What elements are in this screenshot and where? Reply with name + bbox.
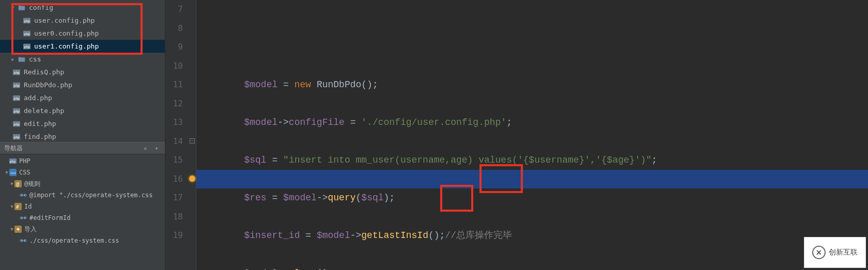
nav-label: @import "./css/operate-system.css: [29, 192, 152, 199]
link-icon: [20, 192, 27, 199]
line-number: 17: [165, 188, 183, 208]
tree-file-rundbpdo[interactable]: php RunDbPdo.php: [0, 78, 165, 91]
active-line-highlight: [196, 170, 868, 189]
tree-folder-css[interactable]: ▶ css: [0, 53, 165, 66]
link-icon: [20, 237, 27, 244]
svg-text:php: php: [14, 109, 20, 113]
watermark-logo: ✕ 创新互联: [804, 237, 866, 268]
php-file-icon: php: [12, 94, 21, 102]
svg-text:php: php: [10, 160, 16, 164]
close-icon[interactable]: ✕: [141, 144, 149, 152]
nav-import-group[interactable]: ▼ 导入: [0, 224, 165, 235]
svg-text:css: css: [10, 171, 16, 174]
tree-label: css: [29, 55, 41, 63]
tree-file-user0-config[interactable]: php user0.config.php: [0, 27, 165, 40]
tree-file-add[interactable]: php add.php: [0, 91, 165, 104]
php-file-icon: php: [12, 133, 21, 141]
navigator-title: 导航器: [4, 144, 138, 153]
php-file-icon: php: [12, 107, 21, 115]
nav-import[interactable]: @import "./css/operate-system.css: [0, 189, 165, 201]
nav-label: Id: [24, 203, 32, 210]
line-number: 14: [165, 132, 183, 151]
chevron-right-icon: ▶: [10, 57, 16, 62]
line-number: [165, 245, 183, 264]
line-number: 8: [165, 19, 183, 38]
php-file-icon: php: [23, 42, 31, 51]
tree-label: user1.config.php: [34, 42, 99, 50]
fold-column: −: [188, 0, 196, 270]
chevron-down-icon: ▼: [10, 5, 16, 10]
tree-folder-config[interactable]: ▼ config: [0, 1, 165, 14]
svg-text:php: php: [14, 122, 20, 126]
line-number: 9: [165, 38, 183, 57]
navigator-header: 导航器 ✕ ▾: [0, 142, 165, 154]
svg-text:@: @: [16, 181, 19, 187]
php-file-icon: php: [12, 68, 21, 76]
collapse-icon[interactable]: ▾: [152, 144, 161, 152]
nav-css[interactable]: ▼ css CSS: [0, 167, 165, 178]
tree-file-find[interactable]: php find.php: [0, 130, 165, 142]
tree-file-user-config[interactable]: php user.config.php: [0, 14, 165, 27]
line-number: 7: [165, 0, 183, 19]
php-icon: php: [9, 157, 17, 165]
svg-text:php: php: [14, 83, 20, 87]
php-file-icon: php: [12, 81, 21, 89]
nav-import-file[interactable]: ./css/operate-system.css: [0, 235, 165, 246]
php-file-icon: php: [12, 120, 21, 128]
nav-rules[interactable]: ▼ @ @规则: [0, 178, 165, 189]
svg-text:#: #: [16, 204, 19, 210]
tree-label: add.php: [24, 94, 52, 102]
line-number: 13: [165, 113, 183, 132]
tree-file-user1-config[interactable]: php user1.config.php: [0, 40, 165, 53]
php-file-icon: php: [23, 29, 31, 38]
line-number: 16: [165, 170, 183, 189]
code-area[interactable]: $model = new RunDbPdo(); $model->configF…: [196, 0, 868, 270]
logo-icon: ✕: [812, 246, 826, 259]
left-panel: ▼ config php user.config.php php user0.c…: [0, 0, 165, 270]
svg-text:php: php: [24, 31, 30, 36]
nav-editform[interactable]: #editFormId: [0, 212, 165, 224]
css-icon: css: [9, 169, 17, 176]
tree-file-edit[interactable]: php edit.php: [0, 117, 165, 130]
folder-icon: [18, 4, 26, 12]
tree-file-redisq[interactable]: php RedisQ.php: [0, 66, 165, 78]
nav-label: @规则: [24, 180, 40, 188]
line-number: 15: [165, 151, 183, 170]
nav-label: 导入: [24, 225, 37, 234]
nav-php[interactable]: php PHP: [0, 155, 165, 167]
line-gutter: 7 8 9 10 11 12 13 14 15 16 17 18 19: [165, 0, 188, 270]
id-icon: #: [14, 203, 22, 210]
line-number: 18: [165, 208, 183, 227]
folder-icon: [18, 55, 26, 63]
nav-label: #editFormId: [29, 214, 70, 221]
tree-label: user.config.php: [34, 17, 95, 24]
tree-label: delete.php: [24, 107, 64, 115]
lightbulb-icon[interactable]: [189, 176, 195, 182]
tree-label: find.php: [24, 133, 56, 140]
link-icon: [20, 214, 27, 221]
code-editor[interactable]: 7 8 9 10 11 12 13 14 15 16 17 18 19 − $m…: [165, 0, 868, 270]
fold-minus-icon[interactable]: −: [190, 138, 195, 144]
tree-label: user0.config.php: [34, 29, 99, 37]
navigator-tree: php PHP ▼ css CSS ▼ @ @规则 @import "./css…: [0, 154, 165, 270]
line-number: 10: [165, 57, 183, 76]
tree-label: RedisQ.php: [24, 68, 64, 76]
logo-text: 创新互联: [829, 248, 858, 257]
tree-file-delete[interactable]: php delete.php: [0, 104, 165, 117]
svg-text:php: php: [14, 70, 20, 74]
svg-text:php: php: [14, 135, 20, 139]
line-number: 19: [165, 226, 183, 245]
nav-label: ./css/operate-system.css: [29, 237, 119, 244]
file-tree: ▼ config php user.config.php php user0.c…: [0, 0, 165, 142]
tree-label: edit.php: [24, 120, 56, 128]
import-icon: [14, 226, 22, 233]
nav-id[interactable]: ▼ # Id: [0, 201, 165, 212]
php-file-icon: php: [23, 17, 31, 25]
line-number: 12: [165, 94, 183, 114]
svg-text:php: php: [24, 19, 30, 23]
nav-label: CSS: [19, 169, 30, 176]
tree-label: RunDbPdo.php: [24, 81, 72, 89]
nav-label: PHP: [19, 157, 30, 165]
at-icon: @: [14, 180, 22, 187]
svg-text:php: php: [14, 96, 20, 100]
